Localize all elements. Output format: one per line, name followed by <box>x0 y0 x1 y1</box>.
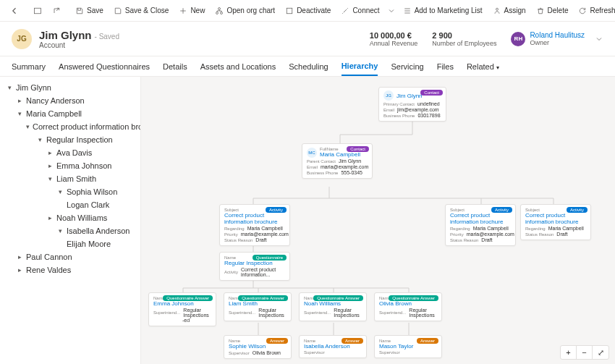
avatar-icon: MC <box>307 148 317 158</box>
node-olivia[interactable]: Questionnaire AnswerNameOlivia BrownSupe… <box>374 292 442 321</box>
tree-item[interactable]: ▸Paul Cannon <box>3 250 137 263</box>
svg-rect-4 <box>287 8 292 14</box>
refresh-icon <box>578 7 587 15</box>
hierarchy-canvas[interactable]: Contact JGJim Glynn Primary Contactundef… <box>141 77 615 364</box>
org-icon <box>215 7 224 15</box>
popout-icon <box>52 7 61 15</box>
tree-item[interactable]: Logan Clark <box>3 198 137 211</box>
tree-root[interactable]: ▾Jim Glynn <box>3 81 137 94</box>
account-avatar: JG <box>12 29 32 49</box>
connect-button[interactable]: Connect <box>336 4 383 17</box>
badge: Activity <box>491 207 512 213</box>
annual-revenue-metric: 10 000,00 € Annual Revenue <box>370 31 418 47</box>
svg-rect-0 <box>35 8 41 14</box>
save-icon <box>75 7 84 15</box>
assign-button[interactable]: Assign <box>488 4 530 17</box>
zoom-fit-button[interactable]: ⤢ <box>593 346 608 359</box>
tree-item[interactable]: ▸Nancy Anderson <box>3 94 137 107</box>
save-button[interactable]: Save <box>71 4 108 17</box>
tree-item[interactable]: ▾Correct product information brochure <box>3 120 137 133</box>
chevron-down-icon <box>595 35 603 43</box>
trash-icon <box>536 7 545 15</box>
save-close-button[interactable]: Save & Close <box>109 4 174 17</box>
deactivate-button[interactable]: Deactivate <box>281 4 335 17</box>
badge: Questionnaire <box>253 255 287 261</box>
tab-details[interactable]: Details <box>163 58 187 75</box>
list-icon <box>403 7 412 15</box>
saved-indicator: - Saved <box>95 33 119 41</box>
node-task-3[interactable]: Activity SubjectCorrect product informat… <box>520 204 591 240</box>
tab-files[interactable]: Files <box>437 58 454 75</box>
form-tabs: Summary Answered Questionnaires Details … <box>0 56 615 77</box>
back-button[interactable] <box>6 4 23 17</box>
tab-hierarchy[interactable]: Hierarchy <box>342 57 378 76</box>
deactivate-icon <box>285 7 294 15</box>
owner-avatar: RH <box>511 32 525 46</box>
record-header: JG Jim Glynn- Saved Account 10 000,00 € … <box>0 22 615 56</box>
pop-out-button[interactable] <box>48 4 65 17</box>
employees-metric: 2 900 Number of Employees <box>432 31 496 47</box>
tab-scheduling[interactable]: Scheduling <box>289 58 328 75</box>
badge: Activity <box>567 207 588 213</box>
badge: Activity <box>266 207 287 213</box>
tree-item[interactable]: ▾Liam Smith <box>3 172 137 185</box>
node-task-1[interactable]: Activity SubjectCorrect product informat… <box>219 204 290 246</box>
node-liam[interactable]: Questionnaire AnswerNameLiam SmithSuperi… <box>224 292 292 321</box>
avatar-icon: JG <box>383 90 394 101</box>
command-bar: Save Save & Close New Open org chart Dea… <box>0 0 615 22</box>
tab-servicing[interactable]: Servicing <box>391 58 423 75</box>
back-icon <box>10 7 19 15</box>
node-mason[interactable]: AnswerNameMason TaylorSupervisor <box>374 335 442 358</box>
tab-assets[interactable]: Assets and Locations <box>200 58 276 75</box>
owner-field[interactable]: RH Roland Haulitusz Owner <box>511 31 603 46</box>
tab-summary[interactable]: Summary <box>12 58 46 75</box>
badge: Contact <box>347 146 369 152</box>
connect-dropdown[interactable] <box>386 4 397 17</box>
refresh-button[interactable]: Refresh <box>574 4 615 17</box>
plus-icon <box>179 7 187 15</box>
connect-icon <box>341 7 349 15</box>
zoom-control: + − ⤢ <box>560 345 609 360</box>
badge: Contact <box>420 90 443 96</box>
hierarchy-tree: ▾Jim Glynn ▸Nancy Anderson ▾Maria Campbe… <box>0 77 141 364</box>
node-maria-campbell[interactable]: Contact MCFullNameMaria Campbell Parent … <box>302 143 373 179</box>
entity-name: Account <box>39 41 119 49</box>
svg-point-5 <box>496 8 498 10</box>
svg-point-1 <box>219 7 221 9</box>
node-isabella[interactable]: AnswerNameIsabella AndersonSupervisor <box>299 335 367 358</box>
tab-icon <box>33 7 42 15</box>
tree-item[interactable]: ▸Rene Valdes <box>3 263 137 276</box>
node-noah[interactable]: Questionnaire AnswerNameNoah WilliamsSup… <box>299 292 367 321</box>
new-button[interactable]: New <box>174 4 209 17</box>
tab-questionnaires[interactable]: Answered Questionnaires <box>59 58 150 75</box>
svg-point-3 <box>221 12 223 14</box>
zoom-out-button[interactable]: − <box>577 346 593 359</box>
svg-point-2 <box>216 12 219 14</box>
tree-item[interactable]: ▸Emma Johnson <box>3 159 137 172</box>
delete-button[interactable]: Delete <box>532 4 573 17</box>
tree-item[interactable]: ▸Noah Williams <box>3 211 137 224</box>
tree-item[interactable]: ▸Ava Davis <box>3 146 137 159</box>
record-title: Jim Glynn <box>39 29 92 41</box>
add-marketing-button[interactable]: Add to Marketing List <box>399 4 487 17</box>
tab-related[interactable]: Related ▾ <box>467 58 499 75</box>
tree-item[interactable]: ▾Sophia Wilson <box>3 185 137 198</box>
tree-item[interactable]: ▾Regular Inspection <box>3 133 137 146</box>
chevron-down-icon <box>387 7 396 15</box>
node-task-2[interactable]: Activity SubjectCorrect product informat… <box>445 204 516 246</box>
open-org-chart-button[interactable]: Open org chart <box>211 4 279 17</box>
tab-button[interactable] <box>29 4 46 17</box>
node-emma[interactable]: Questionnaire AnswerNameEmma JohnsonSupe… <box>148 292 216 326</box>
person-icon <box>493 7 501 15</box>
node-sophie[interactable]: AnswerNameSophie WilsonSupervisorOlivia … <box>224 335 292 359</box>
save-close-icon <box>114 7 122 15</box>
tree-item[interactable]: ▾Isabella Anderson <box>3 224 137 237</box>
tree-item[interactable]: ▾Maria Campbell <box>3 107 137 120</box>
node-regular-inspection[interactable]: Questionnaire NameRegular Inspection Act… <box>219 252 290 281</box>
tree-item[interactable]: Elijah Moore <box>3 237 137 250</box>
zoom-in-button[interactable]: + <box>561 346 577 359</box>
node-jim-glynn[interactable]: Contact JGJim Glynn Primary Contactundef… <box>378 87 446 122</box>
